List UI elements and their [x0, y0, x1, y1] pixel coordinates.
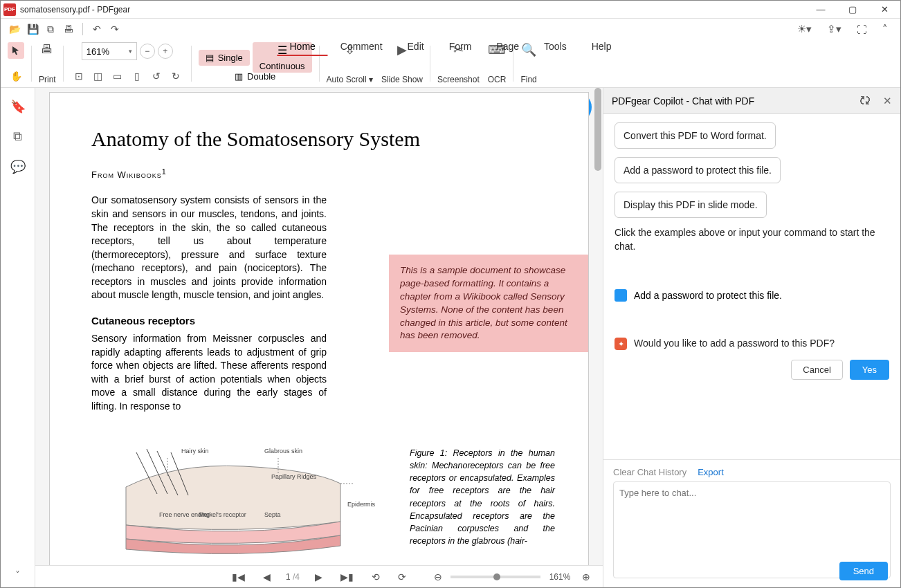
next-page-icon[interactable]: ▶ [312, 570, 325, 584]
close-button[interactable]: ✕ [868, 1, 900, 19]
double-page-icon: ▥ [235, 71, 243, 82]
select-tool-icon[interactable] [8, 42, 24, 59]
zoom-value: 161% [87, 46, 109, 57]
bookmark-icon[interactable]: 🔖 [10, 99, 26, 114]
document-area: Anatomy of the Somatosensory System From… [35, 88, 603, 587]
document-scroll[interactable]: Anatomy of the Somatosensory System From… [35, 88, 603, 565]
zoom-in-icon[interactable]: + [158, 44, 173, 59]
copilot-body: Convert this PDF to Word format. Add a p… [603, 114, 900, 459]
section-title: Cutaneous receptors [91, 315, 327, 327]
copilot-refresh-icon[interactable]: 🗘 [859, 95, 871, 107]
assistant-message-row: ✦ Would you like to add a password to th… [615, 338, 889, 380]
clear-history-link[interactable]: Clear Chat History [613, 467, 686, 477]
user-message-text: Add a password to protect this file. [634, 290, 782, 301]
print-quick-icon[interactable]: 🖶 [60, 21, 77, 37]
menu-bar: Home Comment Edit Form Page Tools Help [277, 38, 624, 56]
fit-page-icon[interactable]: ◫ [90, 68, 107, 84]
expand-sidebar-icon[interactable]: ˅ [15, 569, 20, 580]
copilot-header: PDFgear Copilot - Chat with PDF 🗘 ✕ [603, 88, 900, 114]
zoom-out-footer-icon[interactable]: ⊖ [431, 570, 445, 584]
assistant-message-text: Would you like to add a password to this… [634, 338, 889, 349]
window-title: somatosensory.pdf - PDFgear [20, 5, 130, 15]
label-hairy: Hairy skin [181, 448, 209, 454]
title-bar: PDF somatosensory.pdf - PDFgear — ▢ ✕ [1, 1, 900, 19]
suggestion-slide[interactable]: Display this PDF in slide mode. [615, 192, 767, 218]
copilot-hint: Click the examples above or input your c… [615, 226, 889, 253]
page-subtitle: From Wikibooks1 [91, 167, 547, 180]
menu-help[interactable]: Help [579, 38, 624, 56]
page-title: Anatomy of the Somatosensory System [91, 127, 547, 151]
left-sidebar: 🔖 ⧉ 💬 ˅ [1, 88, 35, 587]
paragraph-1: Our somatosensory system consists of sen… [91, 194, 327, 302]
prev-page-icon[interactable]: ◀ [260, 570, 273, 584]
last-page-icon[interactable]: ▶▮ [338, 570, 356, 584]
single-page-button[interactable]: ▤ Single [199, 50, 250, 66]
hand-tool-icon[interactable]: ✋ [8, 68, 24, 84]
label-merkels: Merkel's receptor [199, 511, 246, 518]
yes-button[interactable]: Yes [850, 360, 889, 380]
double-page-button[interactable]: ▥ Double [228, 68, 282, 84]
menu-edit[interactable]: Edit [395, 38, 437, 56]
callout-box: This is a sample document to showcase pa… [389, 255, 588, 352]
print-label: Print [39, 75, 56, 84]
single-page-icon: ▤ [206, 53, 214, 63]
app-icon: PDF [3, 3, 16, 16]
menu-right-controls: ☀▾ ⇪▾ ⛶ ˄ [793, 21, 900, 37]
rotate-left-icon[interactable]: ↺ [148, 68, 165, 84]
menu-form[interactable]: Form [437, 38, 484, 56]
zoom-slider[interactable] [450, 576, 540, 578]
share-icon[interactable]: ⇪▾ [823, 21, 846, 37]
fullscreen-icon[interactable]: ⛶ [853, 22, 871, 37]
open-icon[interactable]: 📂 [6, 21, 23, 37]
rotate-right-icon[interactable]: ↻ [167, 68, 184, 84]
save-as-icon[interactable]: ⧉ [42, 21, 59, 37]
copilot-panel: PDFgear Copilot - Chat with PDF 🗘 ✕ Conv… [603, 88, 900, 587]
print-icon: 🖶 [41, 42, 53, 57]
menu-home[interactable]: Home [277, 38, 327, 56]
undo-icon[interactable]: ↶ [89, 21, 105, 37]
page-number[interactable]: 1 /4 [286, 572, 300, 582]
maximize-button[interactable]: ▢ [837, 1, 868, 19]
label-septa: Septa [264, 511, 281, 518]
thumbnails-icon[interactable]: ⧉ [13, 129, 22, 144]
suggestion-password[interactable]: Add a password to protect this file. [615, 157, 781, 183]
document-footer: ▮◀ ◀ 1 /4 ▶ ▶▮ ⟲ ⟳ ⊖ 161% ⊕ [35, 565, 603, 587]
save-icon[interactable]: 💾 [24, 21, 41, 37]
fit-width-icon[interactable]: ▭ [109, 68, 126, 84]
first-page-icon[interactable]: ▮◀ [229, 570, 248, 584]
print-group[interactable]: 🖶 Print [35, 39, 60, 87]
figure-caption: Figure 1: Receptors in the human skin: M… [410, 447, 555, 547]
menu-comment[interactable]: Comment [328, 38, 395, 56]
quick-access-bar: 📂 💾 ⧉ 🖶 ↶ ↷ [1, 19, 129, 39]
minimize-button[interactable]: — [805, 1, 837, 19]
main-area: 🔖 ⧉ 💬 ˅ Anatomy of the Somatosensory Sys… [1, 88, 900, 587]
menu-tools[interactable]: Tools [531, 38, 579, 56]
export-link[interactable]: Export [698, 467, 724, 477]
label-papillary: Papillary Ridges [271, 473, 316, 480]
user-message-row: Add a password to protect this file. [615, 289, 889, 302]
fit-visible-icon[interactable]: ▯ [129, 68, 145, 84]
user-avatar-icon [615, 289, 627, 302]
zoom-footer: ⊖ 161% ⊕ [431, 570, 593, 584]
copilot-close-icon[interactable]: ✕ [883, 95, 892, 107]
suggestion-convert[interactable]: Convert this PDF to Word format. [615, 122, 776, 149]
label-glabrous: Glabrous skin [264, 448, 302, 454]
pdf-page: Anatomy of the Somatosensory System From… [49, 92, 589, 565]
send-button[interactable]: Send [839, 562, 888, 580]
zoom-in-footer-icon[interactable]: ⊕ [579, 570, 593, 584]
zoom-dropdown-icon[interactable]: ▾ [129, 48, 132, 55]
zoom-input[interactable]: 161% ▾ [82, 42, 137, 60]
menu-page[interactable]: Page [484, 38, 531, 56]
back-view-icon[interactable]: ⟲ [369, 570, 383, 584]
collapse-ribbon-icon[interactable]: ˄ [878, 21, 892, 37]
vertical-scrollbar[interactable] [594, 88, 601, 171]
comments-icon[interactable]: 💬 [10, 159, 26, 174]
zoom-out-icon[interactable]: − [140, 44, 155, 59]
theme-icon[interactable]: ☀▾ [793, 21, 816, 37]
cancel-button[interactable]: Cancel [791, 360, 842, 380]
window-controls: — ▢ ✕ [805, 1, 900, 19]
redo-icon[interactable]: ↷ [107, 21, 123, 37]
skin-diagram: Hairy skin Glabrous skin Papillary Ridge… [105, 445, 354, 563]
actual-size-icon[interactable]: ⊡ [71, 68, 87, 84]
forward-view-icon[interactable]: ⟳ [395, 570, 409, 584]
